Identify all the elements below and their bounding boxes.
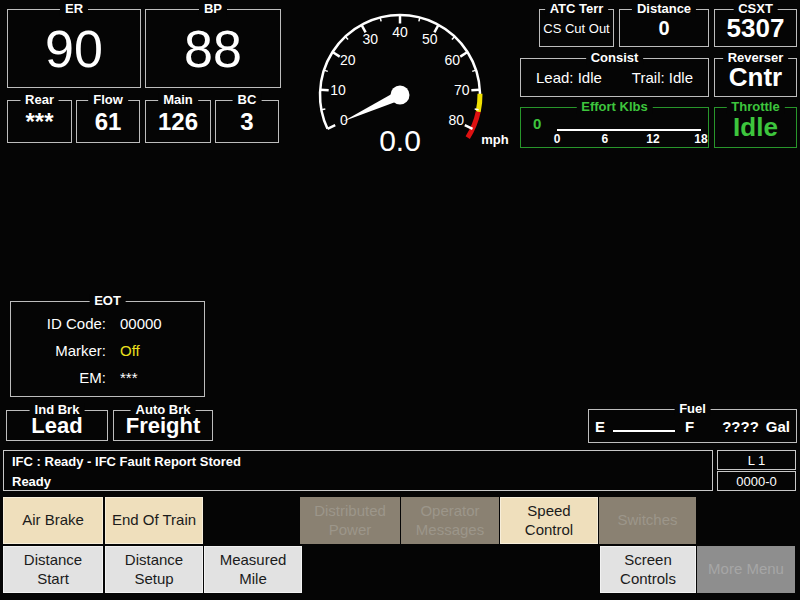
end-of-train-button[interactable]: End Of Train <box>105 497 203 544</box>
air-brake-button[interactable]: Air Brake <box>3 497 103 544</box>
svg-text:10: 10 <box>330 82 346 98</box>
reverser-label: Reverser <box>723 51 789 65</box>
ind-brk-panel: Ind Brk Lead <box>6 410 108 441</box>
fuel-value: ???? <box>722 418 759 435</box>
eot-id-code-label: ID Code: <box>11 315 106 332</box>
svg-text:60: 60 <box>445 52 461 68</box>
svg-text:80: 80 <box>448 112 464 128</box>
distance-start-button[interactable]: Distance Start <box>3 546 103 593</box>
measured-mile-button[interactable]: Measured Mile <box>204 546 302 593</box>
distributed-power-button: Distributed Power <box>300 497 400 544</box>
main-value: 126 <box>158 108 198 136</box>
status-line-2: Ready <box>12 474 51 489</box>
effort-scale-line <box>557 129 701 131</box>
main-pressure-panel: Main 126 <box>145 100 211 143</box>
svg-text:70: 70 <box>454 82 470 98</box>
status-cell-top: L 1 <box>717 450 796 470</box>
effort-label: Effort Klbs <box>576 100 652 114</box>
fuel-units-label: Gal <box>766 418 790 435</box>
eot-panel: EOT ID Code: 00000 Marker: Off EM: *** <box>10 301 205 397</box>
speed-units-label: mph <box>481 132 509 147</box>
er-value: 90 <box>45 19 103 79</box>
consist-trail-status: Trail: Idle <box>632 69 693 86</box>
eot-em-label: EM: <box>11 369 106 386</box>
operator-messages-button: Operator Messages <box>401 497 499 544</box>
effort-tick-6: 6 <box>602 132 609 146</box>
effort-tick-0: 0 <box>554 132 561 146</box>
throttle-value: Idle <box>733 112 778 143</box>
effort-scale: 0 6 12 18 <box>557 132 701 146</box>
atc-terr-panel: ATC Terr CS Cut Out <box>539 9 614 47</box>
fuel-empty-label: E <box>595 418 605 435</box>
eot-marker-label: Marker: <box>11 342 106 359</box>
flow-panel: Flow 61 <box>76 100 140 143</box>
reverser-panel: Reverser Cntr <box>714 58 797 97</box>
speed-digital-value: 0.0 <box>379 124 421 156</box>
svg-text:50: 50 <box>422 31 438 47</box>
status-line-1: IFC : Ready - IFC Fault Report Stored <box>12 454 241 469</box>
speed-control-button[interactable]: Speed Control <box>500 497 598 544</box>
distance-panel: Distance 0 <box>619 9 709 47</box>
effort-value: 0 <box>533 115 541 132</box>
svg-text:30: 30 <box>362 31 378 47</box>
ind-brk-label: Ind Brk <box>30 403 85 417</box>
atc-terr-value: CS Cut Out <box>543 21 609 36</box>
bc-pressure-panel: BC 3 <box>215 100 279 143</box>
svg-text:40: 40 <box>392 24 408 40</box>
consist-label: Consist <box>586 51 644 65</box>
effort-panel: Effort Klbs 0 0 6 12 18 <box>520 107 709 148</box>
more-menu-button: More Menu <box>697 546 795 593</box>
speedometer-gauge: 01020304050607080 0.0 mph <box>298 4 512 156</box>
effort-tick-18: 18 <box>694 132 707 146</box>
er-pressure-panel: ER 90 <box>7 9 141 88</box>
fuel-label: Fuel <box>674 402 711 416</box>
distance-setup-button[interactable]: Distance Setup <box>105 546 203 593</box>
atc-terr-label: ATC Terr <box>545 2 609 16</box>
throttle-panel: Throttle Idle <box>714 107 797 148</box>
eot-label: EOT <box>89 294 126 308</box>
flow-label: Flow <box>88 93 128 107</box>
distance-label: Distance <box>632 2 696 16</box>
throttle-label: Throttle <box>726 100 784 114</box>
ifc-cab-display: ER 90 BP 88 Rear *** Flow 61 Main 126 BC… <box>0 0 800 600</box>
unit-number-label: CSXT <box>733 2 778 16</box>
fuel-full-label: F <box>685 418 694 435</box>
screen-controls-button[interactable]: Screen Controls <box>600 546 696 593</box>
rear-label: Rear <box>20 93 59 107</box>
effort-tick-12: 12 <box>646 132 659 146</box>
status-cell-bottom: 0000-0 <box>717 471 796 491</box>
er-label: ER <box>60 2 88 16</box>
svg-text:20: 20 <box>340 52 356 68</box>
eot-em-value: *** <box>120 369 138 386</box>
consist-panel: Consist Lead: Idle Trail: Idle <box>520 58 709 97</box>
flow-value: 61 <box>95 108 122 136</box>
bp-pressure-panel: BP 88 <box>145 9 281 88</box>
auto-brk-panel: Auto Brk Freight <box>113 410 213 441</box>
fuel-panel: Fuel E F ???? Gal <box>588 409 797 443</box>
unit-number-value: 5307 <box>727 13 785 44</box>
main-label: Main <box>158 93 198 107</box>
unit-number-panel: CSXT 5307 <box>714 9 797 47</box>
status-message-box: IFC : Ready - IFC Fault Report Stored Re… <box>3 450 713 491</box>
bc-label: BC <box>233 93 262 107</box>
bc-value: 3 <box>240 108 253 136</box>
bp-label: BP <box>199 2 227 16</box>
eot-id-code-value: 00000 <box>120 315 162 332</box>
fuel-level-line <box>613 420 675 432</box>
rear-pressure-panel: Rear *** <box>7 100 72 143</box>
reverser-value: Cntr <box>729 62 782 93</box>
auto-brk-label: Auto Brk <box>131 403 196 417</box>
bp-value: 88 <box>184 19 242 79</box>
switches-button: Switches <box>599 497 696 544</box>
rear-value: *** <box>25 108 53 136</box>
eot-marker-value: Off <box>120 342 140 359</box>
distance-value: 0 <box>658 17 669 40</box>
consist-lead-status: Lead: Idle <box>536 69 602 86</box>
